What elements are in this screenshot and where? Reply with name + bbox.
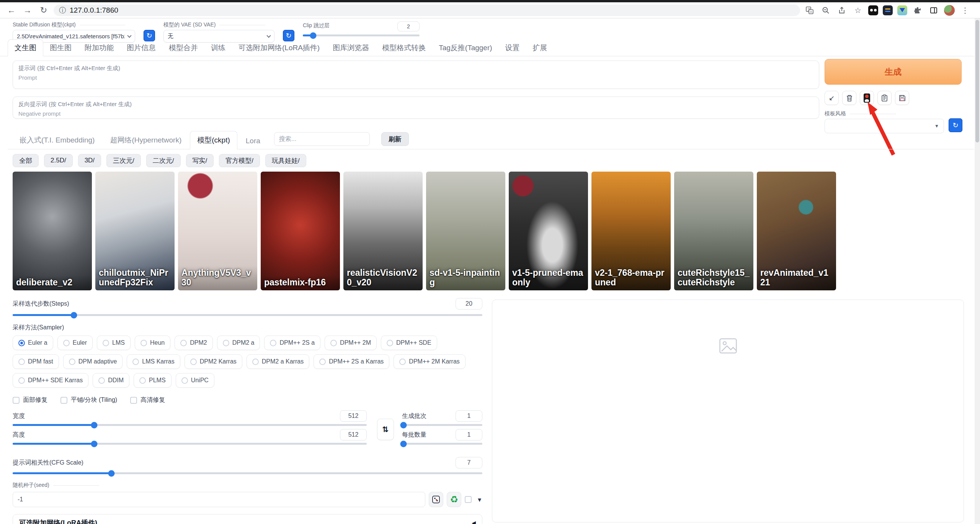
- tab-additional-networks[interactable]: 可选附加网络(LoRA插件): [232, 40, 326, 56]
- model-card[interactable]: revAnimated_v121: [757, 172, 836, 290]
- sampler-option[interactable]: DPM adaptive: [63, 354, 123, 369]
- sampler-option[interactable]: DPM2 a Karras: [247, 354, 309, 369]
- zoom-icon[interactable]: [820, 5, 831, 16]
- reload-icon[interactable]: ↻: [38, 4, 50, 16]
- sampler-option[interactable]: DPM++ 2S a: [264, 336, 320, 350]
- extension-icon-1[interactable]: [868, 5, 878, 15]
- generate-button[interactable]: 生成: [825, 59, 962, 85]
- model-card[interactable]: deliberate_v2: [13, 172, 92, 290]
- url-text[interactable]: 127.0.0.1:7860: [70, 6, 118, 15]
- negative-prompt-input[interactable]: [18, 110, 813, 117]
- translate-icon[interactable]: 文A: [804, 5, 815, 16]
- steps-value[interactable]: 20: [456, 298, 482, 309]
- forward-icon[interactable]: →: [21, 4, 34, 16]
- seed-extras-triangle-icon[interactable]: ▼: [477, 496, 482, 503]
- tab-img2img[interactable]: 图生图: [43, 40, 78, 56]
- category-all-button[interactable]: 全部: [13, 154, 39, 167]
- cfg-scale-slider[interactable]: [13, 472, 482, 474]
- sampler-option[interactable]: DPM++ SDE: [381, 336, 437, 350]
- height-value[interactable]: 512: [340, 429, 367, 440]
- sampler-option[interactable]: Heun: [135, 336, 170, 350]
- sampler-option[interactable]: Euler a: [13, 336, 53, 350]
- batch-count-value[interactable]: 1: [456, 410, 482, 422]
- category-official-button[interactable]: 官方模型/: [219, 154, 260, 167]
- tab-ti-embedding[interactable]: 嵌入式(T.I. Embedding): [13, 131, 101, 149]
- sampler-option[interactable]: UniPC: [176, 373, 214, 388]
- reuse-seed-recycle-icon[interactable]: ♻: [447, 492, 461, 507]
- extra-seed-checkbox[interactable]: [465, 496, 472, 503]
- bookmark-star-icon[interactable]: ☆: [852, 5, 864, 16]
- page-scrollbar[interactable]: [975, 18, 980, 524]
- lora-accordion[interactable]: 可选附加网络(LoRA插件) ◀: [13, 514, 482, 524]
- sampler-option[interactable]: PLMS: [134, 373, 172, 388]
- sampler-option[interactable]: DPM++ 2M Karras: [394, 354, 465, 369]
- width-slider[interactable]: [13, 424, 367, 426]
- seed-input[interactable]: [13, 492, 425, 507]
- extra-networks-search-input[interactable]: [274, 132, 370, 146]
- category-25d-button[interactable]: 2.5D/: [44, 154, 73, 167]
- extra-networks-refresh-button[interactable]: 刷新: [381, 132, 409, 146]
- swap-dimensions-button[interactable]: ⇅: [377, 419, 394, 440]
- extensions-puzzle-icon[interactable]: [912, 5, 923, 16]
- apply-style-clipboard-icon[interactable]: [877, 91, 892, 105]
- sampler-option[interactable]: DPM fast: [13, 354, 59, 369]
- cfg-scale-value[interactable]: 7: [456, 457, 482, 468]
- batch-size-slider[interactable]: [402, 443, 482, 445]
- menu-kebab-icon[interactable]: ⋮: [959, 5, 971, 16]
- share-icon[interactable]: [836, 5, 848, 16]
- tab-checkpoint-merger[interactable]: 模型合并: [162, 40, 204, 56]
- extension-icon-3[interactable]: [897, 5, 907, 15]
- category-sanjigen-button[interactable]: 三次元/: [106, 154, 141, 167]
- model-card[interactable]: chilloutmix_NiPrunedFp32Fix: [95, 172, 175, 290]
- model-card[interactable]: realisticVisionV20_v20: [343, 172, 423, 290]
- sampler-option[interactable]: LMS: [97, 336, 131, 350]
- sampler-option[interactable]: DPM++ SDE Karras: [13, 373, 88, 388]
- profile-avatar[interactable]: [944, 5, 955, 16]
- category-nijigen-button[interactable]: 二次元/: [146, 154, 181, 167]
- batch-size-value[interactable]: 1: [456, 429, 482, 440]
- steps-slider[interactable]: [13, 314, 482, 316]
- model-card[interactable]: pastelmix-fp16: [261, 172, 340, 290]
- sampler-option[interactable]: LMS Karras: [127, 354, 180, 369]
- back-icon[interactable]: ←: [5, 4, 18, 16]
- prompt-input[interactable]: [18, 74, 813, 87]
- tab-png-info[interactable]: 图片信息: [120, 40, 162, 56]
- tab-checkpoint[interactable]: 模型(ckpt): [190, 131, 237, 149]
- site-info-icon[interactable]: ⓘ: [59, 6, 66, 15]
- scrollbar-thumb[interactable]: [975, 20, 979, 142]
- hires-fix-checkbox[interactable]: 高清修复: [130, 396, 165, 404]
- sampler-option[interactable]: DDIM: [93, 373, 129, 388]
- sampler-option[interactable]: DPM2 a: [217, 336, 260, 350]
- tab-extensions[interactable]: 扩展: [526, 40, 554, 56]
- sampler-option[interactable]: Euler: [57, 336, 93, 350]
- model-card[interactable]: sd-v1-5-inpainting: [426, 172, 505, 290]
- tab-train[interactable]: 训练: [204, 40, 232, 56]
- tab-tagger[interactable]: Tag反推(Tagger): [432, 40, 498, 56]
- tab-image-browser[interactable]: 图库浏览器: [326, 40, 376, 56]
- sampler-option[interactable]: DPM2 Karras: [185, 354, 242, 369]
- read-params-arrow-icon[interactable]: ↙: [825, 91, 839, 105]
- extension-icon-2[interactable]: [883, 5, 893, 15]
- category-3d-button[interactable]: 3D/: [78, 154, 101, 167]
- model-card[interactable]: v2-1_768-ema-pruned: [591, 172, 671, 290]
- clear-prompt-trash-icon[interactable]: [842, 91, 856, 105]
- extra-networks-card-icon[interactable]: [860, 91, 874, 105]
- random-seed-dice-icon[interactable]: [429, 492, 443, 507]
- clip-skip-slider[interactable]: [303, 34, 420, 36]
- sampler-option[interactable]: DPM++ 2M: [325, 336, 377, 350]
- height-slider[interactable]: [13, 443, 367, 445]
- sampler-option[interactable]: DPM2: [175, 336, 212, 350]
- model-card[interactable]: AnythingV5V3_v30: [178, 172, 257, 290]
- restore-faces-checkbox[interactable]: 面部修复: [13, 396, 47, 404]
- save-style-floppy-icon[interactable]: [895, 91, 909, 105]
- batch-count-slider[interactable]: [402, 424, 482, 426]
- model-card[interactable]: v1-5-pruned-emaonly: [509, 172, 588, 290]
- category-realistic-button[interactable]: 写实/: [186, 154, 214, 167]
- tab-hypernetwork[interactable]: 超网络(Hypernetwork): [103, 131, 188, 149]
- tab-settings[interactable]: 设置: [499, 40, 526, 56]
- side-panel-icon[interactable]: [928, 5, 939, 16]
- tab-txt2img[interactable]: 文生图: [8, 39, 43, 56]
- model-card[interactable]: cuteRichstyle15_cuteRichstyle: [674, 172, 753, 290]
- category-toy-button[interactable]: 玩具娃娃/: [265, 154, 306, 167]
- tab-lora[interactable]: Lora: [239, 133, 267, 149]
